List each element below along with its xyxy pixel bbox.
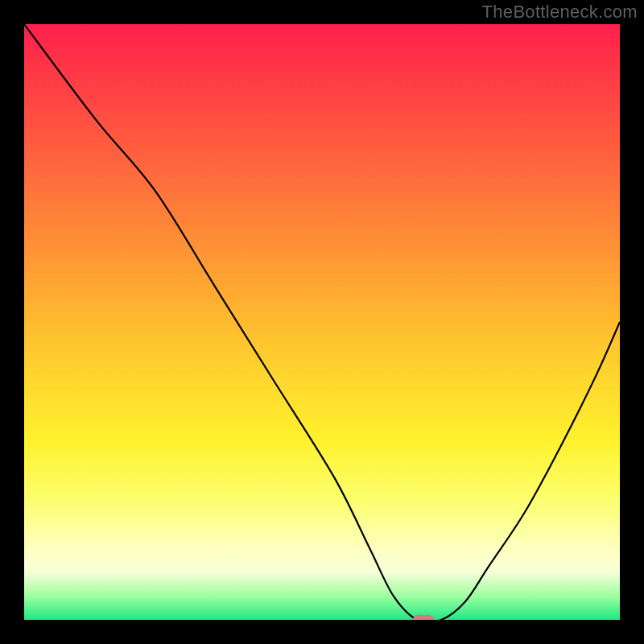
curve-path <box>24 24 620 620</box>
optimal-point-marker <box>413 615 434 620</box>
plot-area <box>24 24 620 620</box>
bottleneck-curve <box>24 24 620 620</box>
watermark-text: TheBottleneck.com <box>482 2 638 23</box>
chart-frame: TheBottleneck.com <box>0 0 644 644</box>
